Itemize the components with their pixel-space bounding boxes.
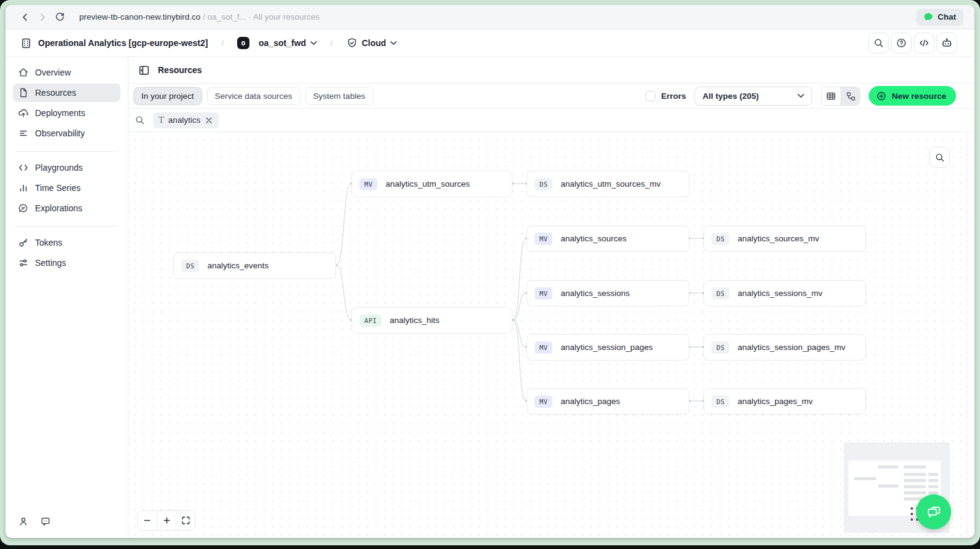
help-button[interactable] [891, 33, 912, 53]
node-label: analytics_session_pages [560, 343, 653, 352]
view-toggle [821, 87, 860, 106]
panel-left-icon [138, 64, 150, 76]
code-brackets-icon [18, 162, 29, 173]
sidebar-item-tokens[interactable]: Tokens [13, 233, 120, 252]
path-separator: / [331, 39, 333, 48]
minimap-node [928, 473, 938, 476]
window-frame: preview-tb-canon-new.tinybird.co / oa_so… [0, 0, 980, 545]
node-type-badge: MV [535, 341, 552, 354]
back-button[interactable] [17, 9, 34, 26]
code-icon [919, 37, 930, 49]
speech-bubble-icon [18, 203, 29, 214]
graph-node[interactable]: MV analytics_sessions [527, 280, 689, 306]
environment-selector[interactable]: Cloud [347, 37, 398, 49]
type-filter-select[interactable]: All types (205) [694, 87, 812, 106]
sidebar-item-overview[interactable]: Overview [13, 63, 120, 82]
url-text: preview-tb-canon-new.tinybird.co / oa_so… [79, 12, 319, 21]
forward-button[interactable] [34, 9, 51, 26]
node-label: analytics_sources_mv [737, 234, 819, 243]
workspace-title[interactable]: Operational Analytics [gcp-europe-west2] [38, 38, 208, 48]
collapse-sidebar-button[interactable] [138, 64, 150, 76]
scrollbar-track[interactable] [966, 132, 974, 538]
tab-in-your-project[interactable]: In your project [133, 87, 202, 105]
sidebar-divider [15, 226, 118, 227]
url-path: / oa_sot_f... · All your resources [200, 12, 319, 21]
minimap-node [904, 479, 926, 482]
search-filter-chip[interactable]: T analytics [153, 112, 219, 128]
graph-node[interactable]: DS analytics_pages_mv [704, 388, 866, 415]
node-type-badge: DS [535, 178, 552, 190]
minus-icon [143, 516, 152, 525]
graph-node[interactable]: MV analytics_session_pages [527, 334, 689, 360]
chevron-left-icon [20, 12, 30, 22]
sidebar-item-explorations[interactable]: Explorations [13, 199, 120, 217]
search-button[interactable] [868, 33, 889, 53]
graph-node[interactable]: DS analytics_sources_mv [704, 225, 866, 252]
feedback-button[interactable] [40, 516, 51, 527]
zoom-out-button[interactable] [138, 511, 157, 530]
errors-filter[interactable]: Errors [645, 91, 686, 101]
graph-node[interactable]: MV analytics_pages [527, 388, 689, 415]
url-domain: preview-tb-canon-new.tinybird.co [79, 12, 200, 21]
shield-check-icon [347, 37, 358, 49]
node-label: analytics_utm_sources_mv [560, 179, 661, 189]
minimap-node [904, 491, 926, 494]
graph-node[interactable]: DS analytics_sessions_mv [704, 280, 866, 306]
minimap-node [928, 485, 938, 488]
sidebar-item-settings[interactable]: Settings [13, 254, 120, 272]
sidebar-divider [15, 151, 118, 152]
chevron-down-icon [390, 41, 397, 45]
cloud-upload-icon [18, 107, 29, 119]
sidebar-item-playgrounds[interactable]: Playgrounds [13, 158, 120, 177]
sidebar-item-observability[interactable]: Observability [13, 124, 120, 142]
toolbar: In your project Service data sources Sys… [128, 84, 974, 109]
graph-node[interactable]: DS analytics_utm_sources_mv [527, 171, 689, 197]
graph-node[interactable]: MV analytics_sources [527, 225, 689, 252]
minimap-node [928, 479, 938, 482]
bot-icon [941, 37, 952, 49]
sidebar-item-label: Resources [35, 88, 76, 98]
graph-node[interactable]: MV analytics_utm_sources [351, 171, 512, 197]
bot-button[interactable] [936, 33, 957, 53]
home-icon [18, 67, 29, 78]
node-type-badge: MV [359, 178, 377, 190]
fit-view-button[interactable] [176, 511, 195, 530]
chat-bubbles-icon [925, 504, 943, 521]
sidebar-item-resources[interactable]: Resources [13, 84, 120, 102]
code-button[interactable] [914, 33, 935, 53]
zoom-in-button[interactable] [157, 511, 176, 530]
search-row[interactable]: T analytics [128, 109, 974, 132]
graph-canvas[interactable]: MV analytics_utm_sources DS analytics_ut… [128, 132, 974, 538]
branch-selector[interactable]: o oa_sot_fwd [237, 37, 317, 49]
chevron-right-icon [37, 12, 47, 22]
sidebar-item-time-series[interactable]: Time Series [13, 179, 120, 197]
zoom-controls [137, 510, 195, 531]
graph-node[interactable]: DS analytics_session_pages_mv [704, 334, 866, 360]
app-body: Overview Resources Deployments Observabi… [6, 57, 974, 538]
node-type-badge: MV [535, 287, 552, 300]
chat-fab-button[interactable] [916, 494, 951, 529]
new-resource-button[interactable]: New resource [869, 86, 956, 106]
tab-system-tables[interactable]: System tables [305, 87, 374, 105]
table-view-button[interactable] [821, 87, 841, 105]
environment-name: Cloud [362, 38, 386, 48]
tab-service-data-sources[interactable]: Service data sources [207, 87, 300, 105]
text-filter-icon: T [159, 115, 164, 125]
graph-node[interactable]: API analytics_hits [351, 307, 512, 333]
user-button[interactable] [18, 516, 29, 527]
graph-view-button[interactable] [841, 87, 860, 105]
canvas-search-button[interactable] [929, 147, 950, 168]
sidebar-item-deployments[interactable]: Deployments [13, 104, 120, 122]
help-icon [896, 37, 907, 49]
chevron-down-icon [310, 41, 317, 45]
main-content: Resources In your project Service data s… [128, 57, 974, 538]
errors-checkbox[interactable] [645, 91, 656, 101]
refresh-button[interactable] [51, 9, 68, 26]
sidebar-item-label: Observability [35, 128, 85, 138]
sidebar-item-label: Explorations [35, 203, 82, 213]
remove-filter-button[interactable] [205, 116, 213, 125]
fullscreen-icon [181, 516, 190, 525]
chat-button[interactable]: Chat [916, 9, 963, 26]
graph-node[interactable]: DS analytics_events [173, 252, 336, 279]
new-resource-label: New resource [892, 91, 946, 101]
